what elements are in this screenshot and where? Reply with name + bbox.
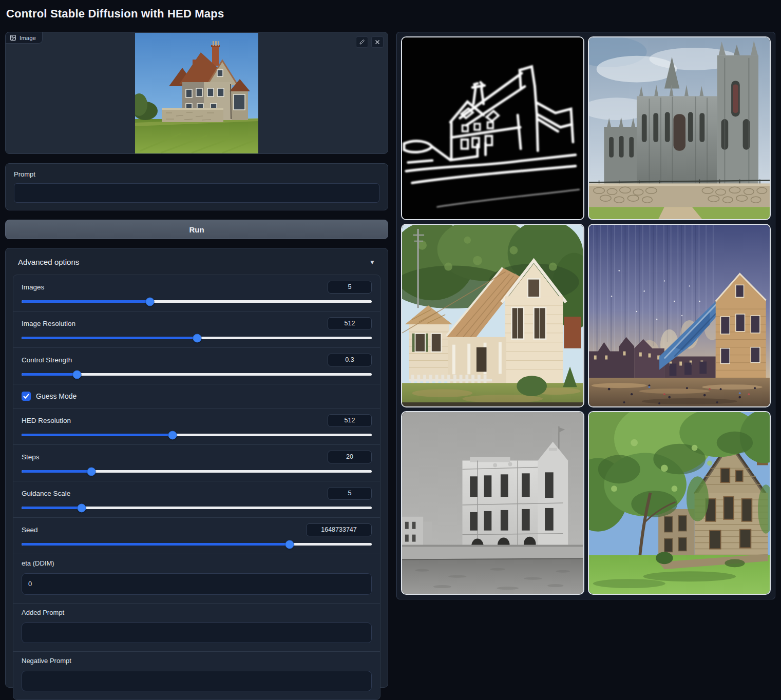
prompt-label: Prompt [14,170,379,178]
gallery-item-hed-edge-map[interactable] [401,36,584,220]
slider-thumb[interactable] [146,297,155,306]
gallery-item-stone-house-trees[interactable] [588,411,771,595]
image-resolution-slider-row: Image Resolution 512 [13,312,380,348]
image-resolution-value-input[interactable]: 512 [328,317,372,330]
close-icon [374,39,380,45]
clear-image-button[interactable] [371,36,384,48]
eta-label: eta (DDIM) [22,559,372,567]
chevron-down-icon: ▼ [369,259,375,266]
control-strength-slider-row: Control Strength 0.3 [13,348,380,384]
image-resolution-slider[interactable] [22,337,372,339]
steps-slider[interactable] [22,470,372,473]
guess-mode-checkbox[interactable] [22,392,31,401]
negative-prompt-row: Negative Prompt [13,652,380,699]
image-icon [10,34,16,41]
seed-value-input[interactable]: 1648733747 [306,523,372,536]
images-value-input[interactable]: 5 [328,281,372,294]
cathedral-image [589,37,770,219]
edit-image-button[interactable] [356,36,368,48]
control-strength-label: Control Strength [22,356,72,364]
slider-thumb[interactable] [285,540,294,549]
image-resolution-label: Image Resolution [22,320,75,327]
guidance-scale-label: Guidance Scale [22,490,70,497]
advanced-options-accordion[interactable]: Advanced options ▼ [13,256,380,268]
hed-resolution-slider-row: HED Resolution 512 [13,409,380,445]
guidance-scale-slider-row: Guidance Scale 5 [13,481,380,518]
slider-thumb[interactable] [87,467,96,476]
slider-thumb[interactable] [168,431,177,439]
steps-slider-row: Steps 20 [13,445,380,481]
hed-edge-map-image [402,37,583,219]
control-strength-slider[interactable] [22,373,372,376]
prompt-input[interactable] [14,183,379,203]
hed-resolution-value-input[interactable]: 512 [328,414,372,427]
image-label-chip: Image [6,32,43,44]
guidance-scale-slider[interactable] [22,507,372,509]
negative-prompt-input[interactable] [22,671,372,691]
gallery-item-painterly-night-house[interactable] [588,224,771,407]
slider-thumb[interactable] [72,370,81,379]
gallery-item-gothic-cathedral[interactable] [588,36,771,220]
cream-house-image [402,225,583,406]
check-icon [23,394,29,399]
added-prompt-label: Added Prompt [22,609,372,616]
steps-label: Steps [22,453,40,461]
stone-house-image [589,412,770,594]
slider-thumb[interactable] [77,503,86,512]
page-title: Control Stable Diffusion with HED Maps [6,7,224,21]
negative-prompt-label: Negative Prompt [22,657,372,665]
prompt-group: Prompt [5,163,388,210]
seed-label: Seed [22,526,38,534]
seed-slider-row: Seed 1648733747 [13,518,380,554]
eta-input[interactable]: 0 [22,573,372,595]
slider-thumb[interactable] [193,334,202,342]
image-label: Image [20,35,36,41]
pencil-icon [359,39,365,45]
added-prompt-input[interactable] [22,623,372,643]
guess-mode-label: Guess Mode [36,392,77,400]
gallery-item-cream-wooden-house[interactable] [401,224,584,407]
run-button[interactable]: Run [5,220,388,239]
grayscale-building-image [402,412,583,594]
images-slider-row: Images 5 [13,275,380,312]
night-house-image [589,225,770,406]
guidance-scale-value-input[interactable]: 5 [328,487,372,500]
hed-resolution-slider[interactable] [22,434,372,436]
steps-value-input[interactable]: 20 [328,451,372,463]
image-upload[interactable]: Image [5,32,388,154]
advanced-options-title: Advanced options [18,258,79,266]
guess-mode-row: Guess Mode [13,384,380,409]
advanced-options-panel: Advanced options ▼ Images 5 Image Resolu… [5,248,388,688]
images-label: Images [22,283,44,291]
gallery-item-grayscale-building[interactable] [401,411,584,595]
images-slider[interactable] [22,300,372,303]
uploaded-house-photo [135,33,258,154]
eta-row: eta (DDIM) 0 [13,554,380,604]
added-prompt-row: Added Prompt [13,604,380,652]
control-strength-value-input[interactable]: 0.3 [328,354,372,366]
hed-resolution-label: HED Resolution [22,417,71,424]
result-gallery [396,32,775,599]
seed-slider[interactable] [22,543,372,546]
